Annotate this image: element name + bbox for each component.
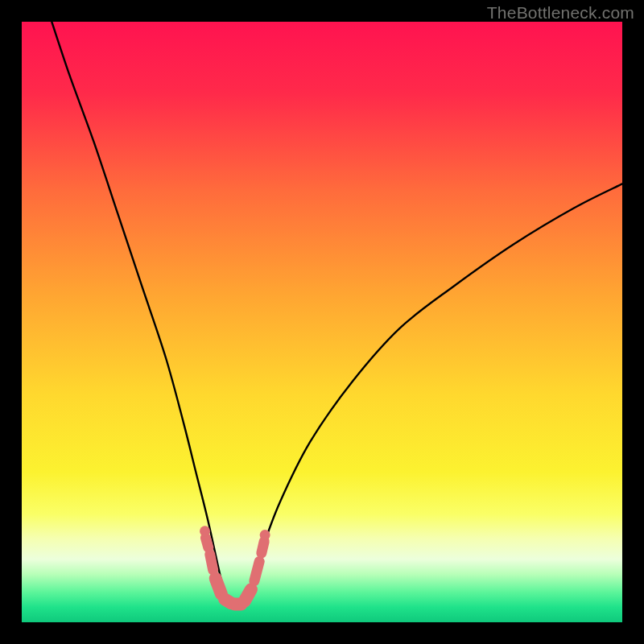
- curve-layer: [22, 22, 622, 622]
- chart-frame: TheBottleneck.com: [0, 0, 644, 644]
- plateau-dot: [200, 526, 210, 536]
- plateau-segment: [254, 561, 259, 580]
- plateau-segment: [262, 541, 264, 553]
- watermark-text: TheBottleneck.com: [487, 3, 634, 23]
- plot-area: [22, 22, 622, 622]
- plateau-dot: [260, 530, 270, 540]
- plateau-markers: [200, 526, 270, 604]
- bottleneck-curve: [52, 22, 622, 605]
- plateau-segment: [245, 589, 251, 601]
- plateau-segment: [216, 579, 221, 594]
- plateau-segment: [210, 555, 213, 570]
- plateau-segment: [205, 538, 208, 547]
